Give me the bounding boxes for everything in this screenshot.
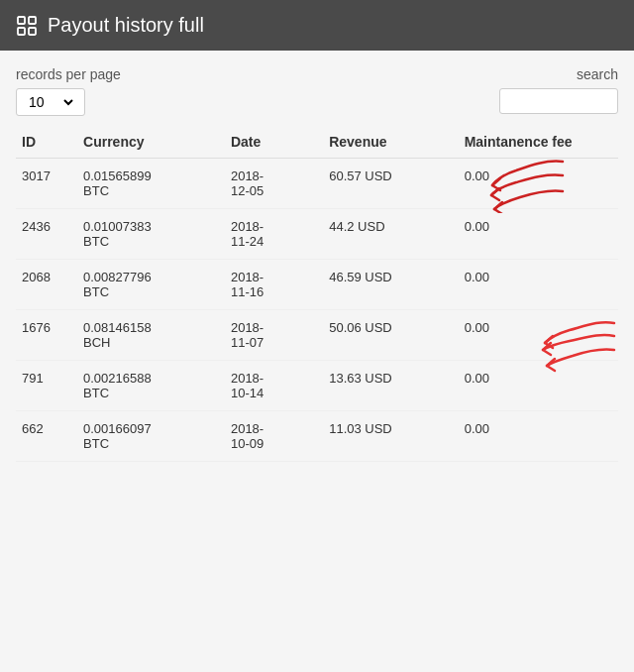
cell-id: 1676 (16, 310, 77, 361)
cell-id: 2068 (16, 260, 77, 310)
scribble-annotation (488, 154, 573, 213)
cell-currency: 0.00166097 BTC (77, 411, 225, 462)
cell-id: 3017 (16, 159, 77, 209)
cell-id: 662 (16, 411, 77, 462)
cell-currency: 0.01007383 BTC (77, 209, 225, 260)
cell-revenue: 11.03 USD (323, 411, 458, 462)
col-header-id: ID (16, 124, 77, 159)
cell-date: 2018- 11-24 (225, 209, 323, 260)
page-title: Payout history full (48, 14, 204, 37)
svg-rect-2 (18, 28, 25, 35)
cell-maintenance: 0.00 (459, 209, 618, 260)
table-row: 20680.00827796 BTC2018- 11-1646.59 USD0.… (16, 260, 618, 310)
svg-rect-0 (18, 17, 25, 24)
records-select[interactable]: 10 25 50 100 (25, 93, 76, 111)
cell-maintenance: 0.00 (459, 310, 618, 361)
cell-currency: 0.08146158 BCH (77, 310, 225, 361)
cell-currency: 0.01565899 BTC (77, 159, 225, 209)
cell-date: 2018- 12-05 (225, 159, 323, 209)
col-header-currency: Currency (77, 124, 225, 159)
cell-id: 791 (16, 361, 77, 411)
cell-currency: 0.00827796 BTC (77, 260, 225, 310)
table-header-row: ID Currency Date Revenue Maintanence fee (16, 124, 618, 159)
table-container: ID Currency Date Revenue Maintanence fee… (0, 124, 634, 462)
records-select-wrapper[interactable]: 10 25 50 100 (16, 88, 85, 116)
cell-revenue: 60.57 USD (323, 159, 458, 209)
cell-id: 2436 (16, 209, 77, 260)
cell-date: 2018- 11-07 (225, 310, 323, 361)
page-header: Payout history full (0, 0, 634, 51)
cell-maintenance: 0.00 (459, 260, 618, 310)
cell-maintenance: 0.00 (459, 361, 618, 411)
cell-date: 2018- 10-14 (225, 361, 323, 411)
records-per-page-section: records per page 10 25 50 100 (16, 66, 121, 116)
cell-revenue: 44.2 USD (323, 209, 458, 260)
table-row: 30170.01565899 BTC2018- 12-0560.57 USD0.… (16, 159, 618, 209)
col-header-revenue: Revenue (323, 124, 458, 159)
records-label: records per page (16, 66, 121, 82)
cell-currency: 0.00216588 BTC (77, 361, 225, 411)
table-row: 7910.00216588 BTC2018- 10-1413.63 USD0.0… (16, 361, 618, 411)
svg-rect-3 (29, 28, 36, 35)
table-row: 6620.00166097 BTC2018- 10-0911.03 USD0.0… (16, 411, 618, 462)
col-header-maintenance: Maintanence fee (459, 124, 618, 159)
controls-bar: records per page 10 25 50 100 search (0, 51, 634, 124)
grid-icon (16, 15, 38, 37)
search-section: search (499, 66, 618, 114)
cell-date: 2018- 10-09 (225, 411, 323, 462)
cell-revenue: 50.06 USD (323, 310, 458, 361)
svg-rect-1 (29, 17, 36, 24)
table-row: 24360.01007383 BTC2018- 11-2444.2 USD0.0… (16, 209, 618, 260)
payout-table: ID Currency Date Revenue Maintanence fee… (16, 124, 618, 462)
search-label: search (577, 66, 618, 82)
cell-maintenance: 0.00 (459, 159, 618, 209)
cell-revenue: 13.63 USD (323, 361, 458, 411)
col-header-date: Date (225, 124, 323, 159)
table-row: 16760.08146158 BCH2018- 11-0750.06 USD0.… (16, 310, 618, 361)
cell-date: 2018- 11-16 (225, 260, 323, 310)
cell-revenue: 46.59 USD (323, 260, 458, 310)
cell-maintenance: 0.00 (459, 411, 618, 462)
search-input[interactable] (499, 88, 618, 114)
